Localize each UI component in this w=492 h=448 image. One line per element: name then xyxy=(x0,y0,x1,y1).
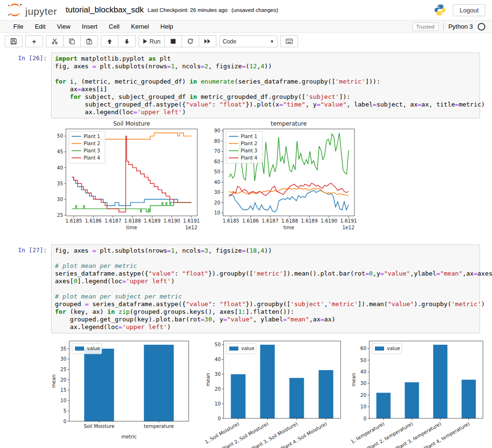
svg-text:90: 90 xyxy=(214,128,220,133)
plus-icon: + xyxy=(32,38,36,45)
mean-per-metric-bar-svg: 05101520253035Soil Moisturetemperatureme… xyxy=(50,335,193,448)
paste-cell-button[interactable] xyxy=(80,35,98,47)
svg-text:1.6189: 1.6189 xyxy=(301,218,318,224)
svg-text:1.6185: 1.6185 xyxy=(65,218,82,224)
insert-cell-button[interactable]: + xyxy=(25,35,43,47)
svg-text:Soil Moisture: Soil Moisture xyxy=(113,120,150,127)
svg-text:20: 20 xyxy=(60,377,66,383)
svg-text:1.6186: 1.6186 xyxy=(242,218,259,224)
svg-text:20: 20 xyxy=(360,393,366,398)
svg-text:10: 10 xyxy=(214,210,220,215)
svg-text:1e12: 1e12 xyxy=(342,225,354,230)
svg-text:70: 70 xyxy=(214,149,220,154)
temperature-line-chart: 1020304050607080901.61851.61861.61871.61… xyxy=(209,119,358,238)
mean-soil-moisture-bar-chart: 01020304050(Plant 1, Soil Moisture)(Plan… xyxy=(204,335,345,448)
svg-text:50: 50 xyxy=(360,358,366,363)
chevron-down-icon: ▼ xyxy=(270,39,274,44)
svg-text:40: 40 xyxy=(360,369,366,374)
cell-type-select[interactable]: Code ▼ xyxy=(219,35,278,47)
restart-run-all-button[interactable] xyxy=(199,35,216,47)
svg-text:30: 30 xyxy=(57,197,63,202)
menu-kernel[interactable]: Kernel xyxy=(125,21,155,32)
svg-text:Plant 2: Plant 2 xyxy=(84,141,100,146)
fast-forward-icon xyxy=(204,39,211,44)
svg-text:30: 30 xyxy=(214,372,221,377)
code-editor-27[interactable]: fig, axes = plt.subplots(nrows=1, ncols=… xyxy=(51,245,480,333)
menu-edit[interactable]: Edit xyxy=(29,21,51,32)
svg-text:time: time xyxy=(283,225,294,230)
svg-text:value: value xyxy=(241,346,254,351)
mean-temperature-bar-chart: 0102030405060(Plant 1, temperature)(Plan… xyxy=(350,335,488,448)
svg-text:value: value xyxy=(387,346,400,351)
svg-text:1.6187: 1.6187 xyxy=(262,218,278,224)
save-button[interactable] xyxy=(5,35,22,47)
temperature-line-svg: 1020304050607080901.61851.61861.61871.61… xyxy=(209,119,358,238)
notebook-header: jupyter tutorial_blockbax_sdk Last Check… xyxy=(0,0,492,20)
run-button-label: Run xyxy=(150,38,160,45)
svg-text:Soil Moisture: Soil Moisture xyxy=(84,424,114,429)
cell-type-value: Code xyxy=(223,38,236,45)
svg-text:1.6188: 1.6188 xyxy=(281,218,298,224)
svg-text:25: 25 xyxy=(60,367,66,372)
run-icon xyxy=(143,39,148,44)
menu-file[interactable]: File xyxy=(8,21,29,32)
run-cell-button[interactable]: Run xyxy=(139,35,165,47)
kernel-idle-indicator-icon xyxy=(478,23,485,31)
command-palette-button[interactable] xyxy=(280,35,298,47)
mean-temperature-per-plant-bar-svg: 0102030405060(Plant 1, temperature)(Plan… xyxy=(350,335,488,448)
svg-text:temperature: temperature xyxy=(144,424,174,429)
notebook-title[interactable]: tutorial_blockbax_sdk xyxy=(66,5,144,15)
save-icon xyxy=(11,38,17,44)
copy-cell-button[interactable] xyxy=(63,35,81,47)
output-area-27: 05101520253035Soil Moisturetemperatureme… xyxy=(51,335,492,448)
svg-text:50: 50 xyxy=(214,169,220,174)
code-editor-26[interactable]: import matplotlib.pyplot as pltfig, axes… xyxy=(51,53,480,118)
svg-text:Plant 1: Plant 1 xyxy=(84,134,100,139)
menu-cell[interactable]: Cell xyxy=(103,21,125,32)
svg-text:45: 45 xyxy=(57,149,63,154)
svg-text:Plant 3: Plant 3 xyxy=(84,148,100,153)
menu-insert[interactable]: Insert xyxy=(76,21,103,32)
svg-text:1.6187: 1.6187 xyxy=(105,218,121,224)
svg-text:1.6186: 1.6186 xyxy=(85,218,102,224)
svg-text:20: 20 xyxy=(214,200,220,205)
svg-text:80: 80 xyxy=(214,139,220,144)
svg-text:1.6190: 1.6190 xyxy=(321,218,337,224)
svg-text:mean: mean xyxy=(205,373,211,386)
svg-text:10: 10 xyxy=(60,398,66,403)
svg-text:mean: mean xyxy=(351,373,356,386)
logout-button[interactable]: Logout xyxy=(453,4,485,16)
svg-text:(Plant 4, Soil Moisture): (Plant 4, Soil Moisture) xyxy=(278,421,328,448)
notebook-toolbar: + Run Code xyxy=(0,33,492,50)
svg-text:Plant 4: Plant 4 xyxy=(84,155,100,160)
jupyter-logo-text: jupyter xyxy=(25,6,57,17)
svg-text:30: 30 xyxy=(360,381,366,386)
svg-text:15: 15 xyxy=(60,387,66,393)
svg-text:0: 0 xyxy=(364,416,366,421)
svg-text:Plant 4: Plant 4 xyxy=(241,155,257,160)
cut-cell-button[interactable] xyxy=(46,35,64,47)
svg-text:30: 30 xyxy=(60,356,66,362)
svg-text:1e12: 1e12 xyxy=(185,225,197,230)
svg-text:25: 25 xyxy=(57,213,63,218)
svg-text:0: 0 xyxy=(218,416,221,421)
svg-text:60: 60 xyxy=(214,159,220,164)
svg-text:1.6190: 1.6190 xyxy=(163,218,180,224)
menu-view[interactable]: View xyxy=(51,21,76,32)
move-cell-down-button[interactable] xyxy=(118,35,136,47)
trusted-badge[interactable]: Trusted xyxy=(412,22,439,31)
restart-kernel-button[interactable] xyxy=(182,35,199,47)
svg-text:20: 20 xyxy=(214,386,221,392)
svg-text:0: 0 xyxy=(64,419,66,424)
svg-text:1.6191: 1.6191 xyxy=(340,218,357,224)
menu-help[interactable]: Help xyxy=(155,21,179,32)
jupyter-logo-icon xyxy=(7,3,23,17)
svg-text:40: 40 xyxy=(214,357,221,362)
notebook-container: In [26]: import matplotlib.pyplot as plt… xyxy=(0,50,492,448)
svg-text:10: 10 xyxy=(360,404,366,409)
move-cell-up-button[interactable] xyxy=(101,35,118,47)
interrupt-kernel-button[interactable] xyxy=(164,35,182,47)
input-prompt-26: In [26]: xyxy=(0,54,47,62)
jupyter-logo[interactable]: jupyter xyxy=(7,3,57,17)
paste-icon xyxy=(86,38,92,44)
